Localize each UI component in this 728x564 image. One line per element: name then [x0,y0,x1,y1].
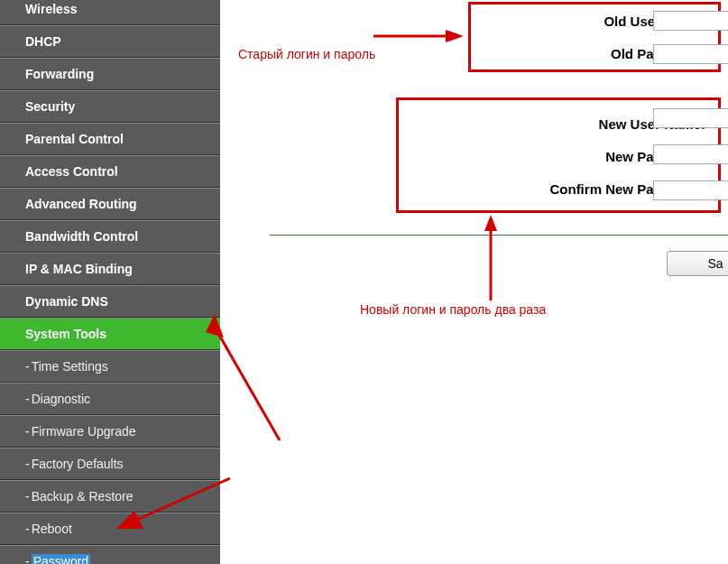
sidebar-item-system-tools[interactable]: System Tools [0,318,220,350]
arrow-new-icon [482,215,500,300]
arrow-old-icon [373,27,464,45]
new-username-input[interactable] [653,108,728,128]
sidebar-item-security[interactable]: Security [0,90,220,123]
sidebar-item-bandwidth-control[interactable]: Bandwidth Control [0,220,220,253]
annotation-old: Старый логин и пароль [238,47,375,61]
sidebar-item-forwarding[interactable]: Forwarding [0,58,220,90]
sidebar-item-ip-mac-binding[interactable]: IP & MAC Binding [0,253,220,285]
svg-marker-3 [484,215,497,231]
section-divider [270,235,728,236]
sidebar: Wireless DHCP Forwarding Security Parent… [0,0,220,564]
sidebar-item-dynamic-dns[interactable]: Dynamic DNS [0,285,220,318]
new-password-input[interactable] [653,144,728,164]
save-button[interactable]: Sa [667,251,728,276]
old-username-input[interactable] [653,11,728,31]
sidebar-item-advanced-routing[interactable]: Advanced Routing [0,188,220,220]
sidebar-item-dhcp[interactable]: DHCP [0,25,220,58]
sidebar-sub-firmware-upgrade[interactable]: -Firmware Upgrade [0,415,220,448]
svg-marker-1 [446,30,464,42]
confirm-password-input[interactable] [653,180,728,200]
sidebar-sub-diagnostic[interactable]: -Diagnostic [0,383,220,415]
sidebar-item-wireless[interactable]: Wireless [0,0,220,25]
old-password-input[interactable] [653,44,728,64]
sidebar-sub-reboot[interactable]: -Reboot [0,513,220,545]
sidebar-sub-password[interactable]: -Password [0,545,220,564]
sidebar-sub-backup-restore[interactable]: -Backup & Restore [0,480,220,513]
sidebar-sub-time-settings[interactable]: -Time Settings [0,350,220,383]
content-area: Old User Name: Old Password: New User Na… [220,0,728,564]
sidebar-sub-factory-defaults[interactable]: -Factory Defaults [0,448,220,480]
annotation-new: Новый логин и пароль два раза [360,302,546,317]
sidebar-item-access-control[interactable]: Access Control [0,155,220,188]
sidebar-item-parental-control[interactable]: Parental Control [0,123,220,155]
